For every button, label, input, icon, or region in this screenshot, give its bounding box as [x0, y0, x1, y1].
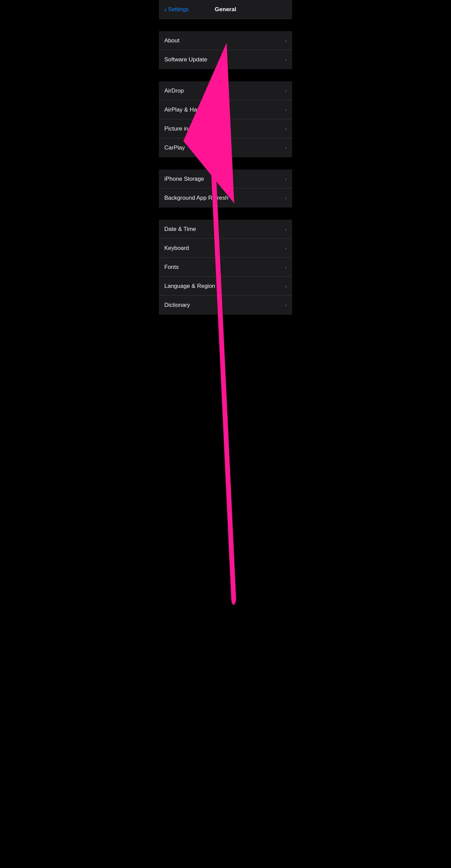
settings-row-dictionary[interactable]: Dictionary ›: [159, 296, 292, 315]
settings-row-date-time[interactable]: Date & Time ›: [159, 220, 292, 239]
section-gap-1: [159, 19, 292, 31]
about-chevron-icon: ›: [285, 38, 287, 43]
airdrop-chevron-icon: ›: [285, 88, 287, 94]
carplay-label: CarPlay: [164, 144, 185, 151]
airdrop-label: AirDrop: [164, 87, 184, 94]
settings-row-airplay-handoff[interactable]: AirPlay & Handoff ›: [159, 100, 292, 119]
fonts-chevron-icon: ›: [285, 264, 287, 270]
about-label: About: [164, 37, 179, 44]
dictionary-label: Dictionary: [164, 302, 190, 309]
software-update-label: Software Update: [164, 56, 207, 63]
group-4: Date & Time › Keyboard › Fonts › Languag…: [159, 220, 292, 315]
back-label: Settings: [168, 6, 189, 13]
picture-in-picture-chevron-icon: ›: [285, 126, 287, 132]
settings-row-carplay[interactable]: CarPlay ›: [159, 138, 292, 157]
settings-row-language-region[interactable]: Language & Region ›: [159, 277, 292, 296]
airplay-handoff-chevron-icon: ›: [285, 107, 287, 113]
settings-row-background-app-refresh[interactable]: Background App Refresh ›: [159, 189, 292, 208]
background-app-refresh-label: Background App Refresh: [164, 195, 228, 201]
settings-row-picture-in-picture[interactable]: Picture in Picture ›: [159, 119, 292, 138]
section-gap-4: [159, 208, 292, 220]
settings-row-about[interactable]: About ›: [159, 31, 292, 50]
keyboard-label: Keyboard: [164, 245, 189, 252]
software-update-chevron-icon: ›: [285, 57, 287, 62]
language-region-label: Language & Region: [164, 283, 215, 290]
iphone-storage-label: iPhone Storage: [164, 176, 204, 182]
back-button[interactable]: ‹ Settings: [164, 6, 189, 13]
language-region-chevron-icon: ›: [285, 283, 287, 289]
section-gap-3: [159, 157, 292, 170]
group-1: About › Software Update ›: [159, 31, 292, 69]
settings-row-iphone-storage[interactable]: iPhone Storage ›: [159, 170, 292, 189]
section-gap-2: [159, 69, 292, 81]
group-2: AirDrop › AirPlay & Handoff › Picture in…: [159, 81, 292, 157]
settings-row-software-update[interactable]: Software Update ›: [159, 50, 292, 69]
keyboard-chevron-icon: ›: [285, 245, 287, 251]
date-time-label: Date & Time: [164, 226, 196, 233]
picture-in-picture-label: Picture in Picture: [164, 125, 208, 132]
nav-bar: ‹ Settings General: [159, 0, 292, 19]
background-app-refresh-chevron-icon: ›: [285, 195, 287, 201]
airplay-handoff-label: AirPlay & Handoff: [164, 106, 210, 113]
back-chevron-icon: ‹: [164, 6, 167, 13]
carplay-chevron-icon: ›: [285, 145, 287, 151]
date-time-chevron-icon: ›: [285, 226, 287, 232]
settings-row-fonts[interactable]: Fonts ›: [159, 258, 292, 277]
settings-row-airdrop[interactable]: AirDrop ›: [159, 81, 292, 100]
fonts-label: Fonts: [164, 264, 179, 271]
iphone-storage-chevron-icon: ›: [285, 176, 287, 182]
page-title: General: [215, 6, 236, 13]
settings-row-keyboard[interactable]: Keyboard ›: [159, 239, 292, 258]
group-3: iPhone Storage › Background App Refresh …: [159, 170, 292, 208]
dictionary-chevron-icon: ›: [285, 302, 287, 308]
